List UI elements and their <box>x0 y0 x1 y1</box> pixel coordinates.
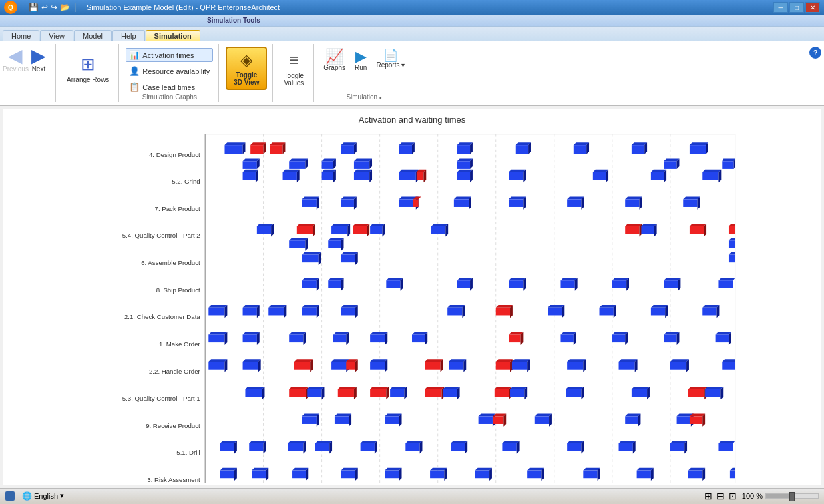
view-icon[interactable]: ⊡ <box>729 491 737 501</box>
tab-help[interactable]: Help <box>112 30 145 41</box>
svg-marker-147 <box>297 224 315 226</box>
svg-rect-425 <box>718 443 733 451</box>
help-icon[interactable]: ? <box>809 44 821 102</box>
svg-marker-325 <box>289 387 308 389</box>
arrange-rows-group: ⊞ Arrange Rows <box>57 44 119 102</box>
chart-container: Activation and waiting times 4. Design P… <box>3 109 821 485</box>
svg-rect-80 <box>664 161 676 169</box>
activation-times-button[interactable]: 📊 Activation times <box>126 48 213 62</box>
redo-icon[interactable]: ↪ <box>51 3 57 12</box>
toggle-values-group: ≡ ToggleValues <box>274 44 314 102</box>
svg-rect-439 <box>385 471 399 479</box>
svg-marker-210 <box>664 278 680 280</box>
help-button[interactable]: ? <box>809 47 821 59</box>
svg-rect-451 <box>583 471 597 479</box>
ribbon-content: ◀ Previous ▶ Next ⊞ Arrange Rows <box>0 41 824 105</box>
svg-rect-410 <box>451 443 465 451</box>
svg-rect-436 <box>341 471 355 479</box>
svg-marker-239 <box>600 305 616 308</box>
previous-button[interactable]: ◀ Previous <box>3 47 29 73</box>
svg-marker-144 <box>257 224 274 226</box>
svg-text:5.2. Grind: 5.2. Grind <box>172 178 200 185</box>
svg-rect-306 <box>496 362 510 370</box>
svg-rect-377 <box>493 416 503 424</box>
svg-marker-343 <box>443 387 459 389</box>
run-label: Run <box>355 64 367 71</box>
save-icon[interactable]: 💾 <box>29 3 39 12</box>
svg-marker-165 <box>641 224 656 226</box>
zoom-thumb[interactable] <box>789 492 795 501</box>
toggle-3d-button[interactable]: ◈ Toggle3D View <box>226 47 267 90</box>
svg-marker-447 <box>527 468 544 471</box>
restore-button[interactable]: □ <box>789 2 804 13</box>
previous-label: Previous <box>3 65 29 73</box>
network-icon[interactable]: ⊞ <box>704 491 712 501</box>
undo-icon[interactable]: ↩ <box>41 3 48 12</box>
svg-marker-269 <box>560 332 576 335</box>
svg-rect-430 <box>252 471 266 479</box>
minimize-button[interactable]: ─ <box>773 2 788 13</box>
svg-marker-424 <box>718 441 735 443</box>
svg-marker-254 <box>289 332 306 335</box>
arrange-rows-button[interactable]: ⊞ Arrange Rows <box>63 53 113 85</box>
svg-text:5.4. Quality Control - Part 2: 5.4. Quality Control - Part 2 <box>122 232 200 239</box>
language-selector[interactable]: 🌐 English ▾ <box>19 490 67 502</box>
svg-rect-457 <box>688 471 702 479</box>
svg-marker-176 <box>328 238 343 240</box>
svg-rect-77 <box>457 161 470 169</box>
next-label: Next <box>32 65 46 73</box>
run-button[interactable]: ▶ Run <box>352 48 369 73</box>
graphs-button[interactable]: 📈 Graphs <box>321 48 348 73</box>
svg-marker-435 <box>341 468 358 471</box>
svg-rect-166 <box>641 226 654 234</box>
svg-marker-281 <box>208 359 227 362</box>
close-button[interactable]: ✕ <box>805 2 820 13</box>
tab-simulation[interactable]: Simulation <box>146 30 200 41</box>
svg-marker-115 <box>702 170 721 172</box>
svg-marker-94 <box>354 170 372 172</box>
svg-marker-135 <box>567 196 584 199</box>
svg-rect-216 <box>208 308 224 316</box>
open-icon[interactable]: 📂 <box>60 3 70 12</box>
case-lead-times-button[interactable]: 📋 Case lead times <box>126 80 213 94</box>
svg-marker-296 <box>370 359 387 362</box>
svg-marker-49 <box>457 142 473 145</box>
resource-availability-button[interactable]: 👤 Resource availability <box>126 64 213 78</box>
svg-rect-86 <box>243 172 256 180</box>
next-button[interactable]: ▶ Next <box>31 47 46 73</box>
svg-rect-65 <box>243 161 257 169</box>
tab-model[interactable]: Model <box>74 30 112 41</box>
svg-marker-76 <box>457 158 473 161</box>
svg-rect-110 <box>593 172 606 180</box>
svg-text:7. Pack Product: 7. Pack Product <box>155 205 200 212</box>
svg-rect-188 <box>729 255 735 263</box>
svg-rect-448 <box>527 471 541 479</box>
svg-marker-263 <box>412 332 427 335</box>
svg-rect-368 <box>335 416 349 424</box>
toolbar-divider2 <box>75 3 76 12</box>
svg-rect-341 <box>425 389 441 397</box>
svg-rect-89 <box>283 172 297 180</box>
svg-rect-300 <box>425 362 440 370</box>
reports-icon: 📄 <box>383 49 398 61</box>
menu-icon[interactable] <box>5 491 15 501</box>
svg-marker-103 <box>457 170 473 172</box>
tab-home[interactable]: Home <box>3 30 39 41</box>
svg-rect-237 <box>548 308 562 316</box>
svg-rect-335 <box>370 389 386 397</box>
zoom-fill <box>766 494 792 498</box>
svg-marker-370 <box>385 414 401 417</box>
svg-text:1. Make Order: 1. Make Order <box>159 340 200 348</box>
svg-rect-240 <box>600 308 614 316</box>
tab-view[interactable]: View <box>40 30 73 41</box>
svg-rect-59 <box>632 145 644 154</box>
zoom-slider[interactable] <box>765 493 819 499</box>
svg-rect-445 <box>475 471 489 479</box>
svg-marker-438 <box>385 468 401 471</box>
svg-marker-429 <box>252 468 268 471</box>
toggle-values-button[interactable]: ≡ ToggleValues <box>280 49 308 88</box>
layout-icon[interactable]: ⊟ <box>716 491 725 501</box>
status-bar: 🌐 English ▾ ⊞ ⊟ ⊡ 100 % <box>0 488 824 503</box>
svg-rect-101 <box>417 172 424 180</box>
reports-button[interactable]: 📄 Reports ▾ <box>373 48 407 70</box>
